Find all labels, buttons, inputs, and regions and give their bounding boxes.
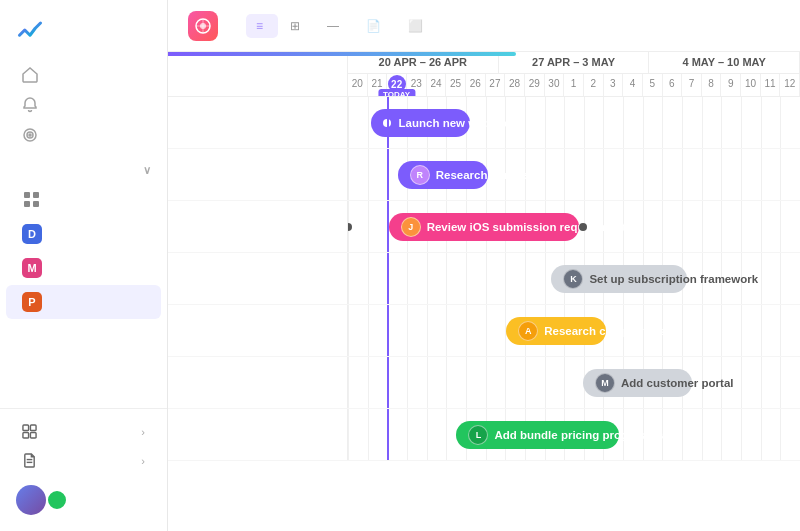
bar-avatar: L bbox=[468, 425, 488, 445]
grid-line bbox=[407, 253, 408, 304]
bar-label: Add bundle pricing progress bar bbox=[494, 429, 672, 441]
grid-line bbox=[662, 149, 663, 200]
today-vertical-line bbox=[387, 409, 389, 460]
sidebar-item-product[interactable]: P bbox=[6, 285, 161, 319]
grid-line bbox=[721, 409, 722, 460]
gantt-row-label bbox=[168, 305, 348, 356]
grid-line bbox=[623, 149, 624, 200]
sidebar-item-everything[interactable] bbox=[6, 183, 161, 217]
gantt-row-chart: AResearch competitors bbox=[348, 305, 800, 356]
grid-line bbox=[761, 357, 762, 408]
today-vertical-line bbox=[387, 201, 389, 252]
gantt-bar[interactable]: MAdd customer portal bbox=[583, 369, 691, 397]
gantt-row: RResearch competitors bbox=[168, 149, 800, 201]
grid-line bbox=[682, 149, 683, 200]
sidebar-item-development[interactable]: D bbox=[6, 217, 161, 251]
grid-line bbox=[721, 97, 722, 148]
tab-board[interactable]: ⊞ bbox=[280, 14, 315, 38]
grid-line bbox=[702, 97, 703, 148]
grid-line bbox=[368, 409, 369, 460]
sidebar: ∨ D M P bbox=[0, 0, 168, 531]
tab-gantt[interactable]: ≡ bbox=[246, 14, 278, 38]
grid-line bbox=[761, 253, 762, 304]
home-icon bbox=[22, 67, 38, 83]
grid-line bbox=[584, 97, 585, 148]
grid-line bbox=[603, 149, 604, 200]
status-avatar bbox=[46, 489, 68, 511]
grid-line bbox=[603, 97, 604, 148]
grid-line bbox=[780, 97, 781, 148]
grid-line bbox=[761, 201, 762, 252]
tab-doc[interactable]: 📄 bbox=[356, 14, 396, 38]
tab-timeline[interactable]: — bbox=[317, 14, 354, 38]
sidebar-item-home[interactable] bbox=[6, 60, 161, 90]
grid-line bbox=[348, 149, 349, 200]
sidebar-item-notifications[interactable] bbox=[6, 90, 161, 120]
grid-line bbox=[486, 357, 487, 408]
marketing-space-icon: M bbox=[22, 258, 42, 278]
gantt-row-label bbox=[168, 253, 348, 304]
grid-line bbox=[662, 97, 663, 148]
gantt-bar[interactable]: JReview iOS submission requirements bbox=[389, 213, 579, 241]
grid-line bbox=[446, 305, 447, 356]
gantt-bar[interactable]: Launch new website bbox=[371, 109, 470, 137]
gantt-bar[interactable]: AResearch competitors bbox=[506, 317, 605, 345]
bar-label: Add customer portal bbox=[621, 377, 733, 389]
bar-label: Launch new website bbox=[399, 117, 511, 129]
bar-avatar: J bbox=[401, 217, 421, 237]
gantt-bar[interactable]: LAdd bundle pricing progress bar bbox=[456, 421, 619, 449]
tab-whiteboard[interactable]: ⬜ bbox=[398, 14, 438, 38]
user-avatar[interactable] bbox=[16, 485, 46, 515]
grid-line bbox=[466, 305, 467, 356]
whiteboard-tab-icon: ⬜ bbox=[408, 19, 423, 33]
grid-line bbox=[505, 357, 506, 408]
svg-rect-4 bbox=[30, 425, 36, 431]
grid-line bbox=[466, 357, 467, 408]
sidebar-item-dashboards[interactable]: › bbox=[6, 417, 161, 446]
gantt-rows: Launch new websiteRResearch competitorsJ… bbox=[168, 97, 800, 531]
grid-line bbox=[682, 97, 683, 148]
grid-line bbox=[741, 97, 742, 148]
grid-line bbox=[761, 409, 762, 460]
grid-line bbox=[780, 409, 781, 460]
today-vertical-line bbox=[387, 97, 389, 148]
gantt-row-label bbox=[168, 149, 348, 200]
project-icon bbox=[188, 11, 218, 41]
sidebar-item-docs[interactable]: › bbox=[6, 446, 161, 475]
grid-line bbox=[741, 357, 742, 408]
grid-line bbox=[721, 149, 722, 200]
gantt-row-chart: JReview iOS submission requirements bbox=[348, 201, 800, 252]
doc-tab-icon: 📄 bbox=[366, 19, 381, 33]
grid-line bbox=[702, 201, 703, 252]
grid-line bbox=[545, 253, 546, 304]
dashboards-chevron-icon: › bbox=[141, 426, 145, 438]
gantt-row: AResearch competitors bbox=[168, 305, 800, 357]
grid-line bbox=[446, 253, 447, 304]
grid-line bbox=[682, 409, 683, 460]
svg-rect-3 bbox=[23, 425, 29, 431]
grid-line bbox=[368, 253, 369, 304]
main-content: ≡ ⊞ — 📄 ⬜ bbox=[168, 0, 800, 531]
bar-label: Set up subscription framework bbox=[589, 273, 758, 285]
grid-line bbox=[780, 253, 781, 304]
grid-line bbox=[761, 97, 762, 148]
svg-point-2 bbox=[29, 134, 31, 136]
bar-avatar: A bbox=[518, 321, 538, 341]
grid-line bbox=[525, 357, 526, 408]
grid-line bbox=[427, 357, 428, 408]
sidebar-item-goals[interactable] bbox=[6, 120, 161, 150]
gantt-bar[interactable]: KSet up subscription framework bbox=[551, 265, 687, 293]
logo-area bbox=[0, 12, 167, 60]
grid-line bbox=[721, 201, 722, 252]
grid-line bbox=[584, 149, 585, 200]
bar-handle-left[interactable] bbox=[348, 223, 352, 231]
grid-line bbox=[741, 305, 742, 356]
grid-line bbox=[545, 97, 546, 148]
spaces-chevron-icon: ∨ bbox=[143, 164, 152, 177]
sidebar-item-marketing[interactable]: M bbox=[6, 251, 161, 285]
bar-handle-right[interactable] bbox=[579, 223, 587, 231]
gantt-bar[interactable]: RResearch competitors bbox=[398, 161, 488, 189]
grid-line bbox=[564, 357, 565, 408]
progress-bar-container bbox=[168, 52, 800, 56]
grid-line bbox=[466, 253, 467, 304]
